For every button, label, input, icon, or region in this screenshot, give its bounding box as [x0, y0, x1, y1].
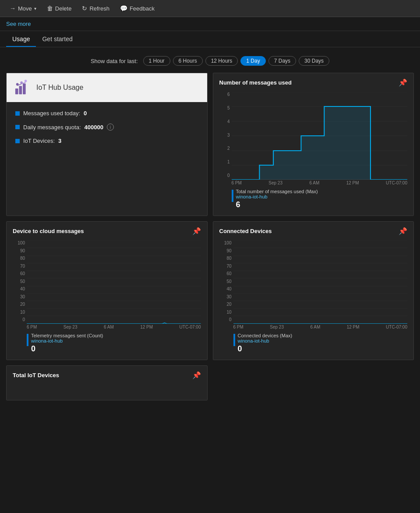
dc-x-2: 6 AM	[104, 325, 114, 329]
legend-subtitle-dc: winona-iot-hub	[31, 338, 103, 343]
y-label-1: 1	[219, 159, 232, 164]
iot-devices-value: 3	[58, 138, 61, 144]
messages-used-value: 0	[84, 110, 87, 117]
x-label-6am: 6 AM	[309, 180, 319, 185]
dc-y-40: 40	[13, 287, 27, 291]
time-btn-12h[interactable]: 12 Hours	[205, 56, 238, 66]
svg-point-5	[25, 80, 27, 82]
delete-icon: 🗑	[47, 5, 53, 12]
daily-quota-row: Daily messages quota: 400000 i	[15, 124, 198, 131]
daily-quota-label: Daily messages quota:	[23, 124, 81, 131]
device-cloud-card: Device to cloud messages 📌 0 10 20 30 40…	[6, 221, 208, 360]
stat-square-1	[15, 111, 20, 116]
time-btn-7d[interactable]: 7 Days	[268, 56, 296, 66]
legend-color-bar-messages	[232, 190, 233, 202]
info-icon: i	[107, 124, 114, 131]
stat-square-3	[15, 139, 20, 143]
device-cloud-legend: Telemetry messages sent (Count) winona-i…	[7, 329, 207, 360]
stat-square-2	[15, 125, 20, 129]
time-btn-30d[interactable]: 30 Days	[299, 56, 329, 66]
cd-y-40: 40	[219, 287, 233, 291]
y-label-3: 3	[219, 133, 232, 138]
total-iot-card: Total IoT Devices 📌	[6, 365, 208, 400]
cd-y-20: 20	[219, 302, 233, 307]
tab-get-started[interactable]: Get started	[36, 31, 78, 47]
cd-y-10: 10	[219, 310, 233, 315]
pin-button-total-iot[interactable]: 📌	[192, 371, 201, 379]
dc-y-30: 30	[13, 294, 27, 299]
legend-value-cd: 0	[238, 344, 293, 354]
y-label-4: 4	[219, 119, 232, 124]
iot-hub-icon	[14, 79, 31, 96]
dc-y-90: 90	[13, 248, 27, 253]
dc-x-0: 6 PM	[27, 325, 37, 329]
svg-marker-15	[232, 106, 408, 180]
feedback-button[interactable]: 💬 Feedback	[116, 3, 159, 14]
time-btn-6h[interactable]: 6 Hours	[173, 56, 203, 66]
dc-x-3: 12 PM	[140, 325, 153, 329]
messages-chart-card: Number of messages used 📌 0 1 2 3 4 5 6	[213, 73, 414, 216]
empty-space	[213, 365, 414, 400]
y-label-2: 2	[219, 146, 232, 151]
total-iot-header: Total IoT Devices 📌	[7, 366, 207, 383]
svg-rect-2	[23, 84, 26, 95]
cd-y-80: 80	[219, 256, 233, 261]
iot-devices-label: IoT Devices:	[23, 138, 55, 144]
legend-subtitle-messages: winona-iot-hub	[236, 194, 318, 199]
cd-x-2: 6 AM	[310, 325, 320, 329]
messages-used-row: Messages used today: 0	[15, 110, 198, 117]
dc-y-70: 70	[13, 264, 27, 269]
device-cloud-header: Device to cloud messages 📌	[7, 222, 207, 239]
svg-rect-0	[15, 88, 18, 94]
dc-x-1: Sep 23	[64, 325, 78, 329]
move-button[interactable]: → Move ▾	[5, 3, 41, 14]
cd-x-1: Sep 23	[270, 325, 284, 329]
tab-usage[interactable]: Usage	[6, 31, 36, 47]
cd-y-60: 60	[219, 271, 233, 276]
legend-texts-cd: Connected devices (Max) winona-iot-hub 0	[238, 333, 293, 354]
see-more-link[interactable]: See more	[6, 21, 31, 27]
cd-x-4: UTC-07:00	[386, 325, 407, 329]
cd-y-70: 70	[219, 264, 233, 269]
svg-rect-1	[19, 86, 22, 94]
legend-title-messages: Total number of messages used (Max)	[236, 189, 318, 194]
feedback-icon: 💬	[120, 5, 127, 12]
messages-chart-legend: Total number of messages used (Max) wino…	[213, 185, 414, 216]
y-label-0: 0	[219, 173, 232, 178]
legend-texts-dc: Telemetry messages sent (Count) winona-i…	[31, 333, 103, 354]
pin-button-device-cloud[interactable]: 📌	[192, 227, 201, 235]
cd-y-30: 30	[219, 294, 233, 299]
x-label-utc: UTC-07:00	[386, 180, 407, 185]
dc-y-80: 80	[13, 256, 27, 261]
cd-y-90: 90	[219, 248, 233, 253]
time-btn-1h[interactable]: 1 Hour	[143, 56, 170, 66]
pin-button-connected[interactable]: 📌	[399, 227, 407, 235]
messages-used-label: Messages used today:	[23, 110, 80, 117]
dc-y-10: 10	[13, 310, 27, 315]
legend-color-bar-cd	[233, 334, 235, 346]
pin-button-messages[interactable]: 📌	[399, 78, 407, 87]
iot-usage-card: IoT Hub Usage Messages used today: 0 Dai…	[6, 73, 208, 216]
dc-y-50: 50	[13, 279, 27, 284]
bottom-row-grid: Total IoT Devices 📌	[6, 365, 414, 400]
delete-button[interactable]: 🗑 Delete	[42, 3, 76, 14]
time-btn-1d[interactable]: 1 Day	[240, 56, 265, 66]
connected-devices-header: Connected Devices 📌	[213, 222, 414, 239]
daily-quota-value: 400000	[85, 124, 103, 131]
dc-y-100: 100	[13, 241, 27, 245]
y-label-6: 6	[219, 92, 232, 97]
x-label-sep23: Sep 23	[268, 180, 282, 185]
refresh-button[interactable]: ↻ Refresh	[78, 3, 114, 14]
cd-x-3: 12 PM	[347, 325, 360, 329]
see-more-bar: See more	[0, 17, 420, 31]
top-cards-grid: IoT Hub Usage Messages used today: 0 Dai…	[6, 73, 414, 216]
legend-title-dc: Telemetry messages sent (Count)	[31, 333, 103, 338]
total-iot-title: Total IoT Devices	[13, 372, 59, 379]
cd-x-0: 6 PM	[233, 325, 244, 329]
device-cloud-title: Device to cloud messages	[13, 228, 84, 234]
move-chevron-icon: ▾	[34, 6, 36, 11]
connected-devices-title: Connected Devices	[219, 228, 272, 234]
legend-value-dc: 0	[31, 344, 103, 354]
move-icon: →	[10, 5, 16, 12]
toolbar: → Move ▾ 🗑 Delete ↻ Refresh 💬 Feedback	[0, 0, 420, 17]
